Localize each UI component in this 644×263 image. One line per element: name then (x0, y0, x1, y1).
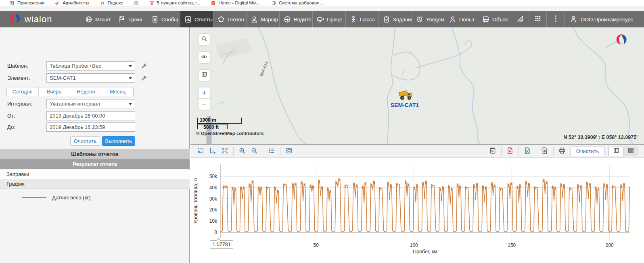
toggle-table-view-button[interactable] (623, 147, 638, 156)
chart-axes-scale-button[interactable]: x (207, 147, 219, 156)
nav-tab-label: Геозон (228, 17, 244, 23)
quick-range-2[interactable]: Неделя (70, 87, 102, 96)
routes-pin-icon (250, 15, 258, 23)
svg-text:200: 200 (606, 242, 614, 248)
bookmark-item[interactable]: Авиабилеты (55, 0, 89, 6)
execute-button[interactable]: Выполнить (102, 136, 135, 146)
nav-tab-label: Прице (327, 17, 342, 23)
map-zoom-in-button[interactable]: + (199, 87, 210, 99)
nav-tab-tracks[interactable]: Треки (114, 11, 147, 27)
menu-dots-icon (551, 14, 560, 25)
view-toggle-group (608, 147, 638, 156)
chart-zoom-out-button[interactable] (248, 147, 260, 156)
bookmark-label: Home - Digital Myt... (218, 0, 260, 5)
layers-icon (201, 71, 208, 80)
toolbar-separator (263, 147, 263, 156)
chart-toolbar: x A Очистить (190, 145, 644, 158)
toolbar-separator (233, 147, 234, 156)
nav-tab-passengers[interactable]: Пасса (345, 11, 378, 27)
bookmark-item[interactable]: Система добровол... (271, 0, 323, 6)
nav-tab-notifications[interactable]: Уведом (412, 11, 445, 27)
chart-fit-extents-button[interactable] (219, 147, 231, 156)
chart-area[interactable]: 010k20k30k40k50k50100150200Пробег, кмУро… (190, 158, 644, 263)
interval-label: Интервал: (7, 101, 32, 107)
chart-report-template-button[interactable] (487, 147, 499, 156)
bookmark-item[interactable]: Приложения (10, 0, 44, 6)
nav-tab-jobs[interactable]: Задания (378, 11, 412, 27)
jobs-clipboard-icon (383, 15, 391, 23)
map-search-button[interactable] (199, 34, 210, 45)
wialon-app: ПриложенияАвиабилетыЯЯндекс5 лучших сайт… (0, 0, 644, 263)
map-zoom-out-button[interactable]: − (199, 99, 210, 110)
chart-export-file-button[interactable] (539, 147, 551, 156)
nav-apps-grid-button[interactable] (529, 11, 546, 27)
chart-toolbar-left: x (190, 147, 295, 156)
nav-tab-drivers[interactable]: Водите (279, 11, 312, 27)
template-settings-wrench-icon[interactable] (140, 62, 147, 69)
nav-menu-dots-button[interactable] (546, 11, 564, 27)
toggle-map-view-button[interactable] (609, 147, 623, 156)
monitoring-globe-icon (85, 15, 93, 23)
bookmark-item[interactable]: ЯЯндекс (100, 0, 123, 6)
chart-print-button[interactable] (556, 147, 568, 156)
units-bus-icon (482, 15, 490, 23)
nav-tab-label: Уведом (426, 17, 444, 23)
chart-legend-list-button[interactable] (266, 147, 278, 156)
unit-name-label: SEM-CAT1 (391, 102, 419, 108)
toolbar-separator (553, 147, 554, 156)
interval-select[interactable]: Указанный интервал (46, 99, 135, 108)
nav-tab-messages[interactable]: Сообщ (147, 11, 180, 27)
bookmark-item[interactable] (134, 0, 139, 6)
map-scale-imperial: 5000 ft (197, 124, 228, 129)
nav-tab-routes[interactable]: Маршр (246, 11, 279, 27)
chart-zoom-select-button[interactable] (194, 147, 207, 156)
zoom-out-icon (250, 147, 258, 156)
unit-settings-wrench-icon[interactable] (140, 74, 147, 81)
nav-tab-reports[interactable]: Отчеты (180, 11, 213, 27)
result-row-fuel[interactable]: Заправки (0, 170, 190, 179)
nav-tab-label: Польз (459, 17, 474, 23)
top-navigation-bar: wialon МонитТрекиСообщОтчетыГеозонМаршрВ… (0, 11, 644, 27)
nav-tab-geofences[interactable]: Геозон (213, 11, 246, 27)
wialon-logo-icon (9, 12, 21, 26)
red-stack-icon (149, 0, 155, 6)
nav-tab-trailers[interactable]: Прице (312, 11, 345, 27)
chart-export-pdf-button[interactable]: A (504, 147, 516, 156)
result-row-chart[interactable]: График (0, 179, 190, 189)
section-report-templates[interactable]: Шаблоны отчетов (0, 149, 190, 159)
bookmark-item[interactable]: 5 лучших сайтов, г... (149, 0, 201, 6)
chart-zoom-in-button[interactable] (236, 147, 248, 156)
svg-text:10k: 10k (209, 218, 217, 224)
nav-tab-monitoring[interactable]: Монит (81, 11, 114, 27)
quick-range-0[interactable]: Сегодня (7, 87, 38, 96)
svg-text:Пробег, км: Пробег, км (413, 249, 437, 255)
nav-tab-units[interactable]: Объек (478, 11, 511, 27)
map-zoom-group: + − (199, 87, 210, 110)
nav-tab-users[interactable]: Польз (445, 11, 478, 27)
account-menu[interactable]: ООО Промкамресурс (564, 11, 644, 27)
map-panel[interactable]: 80K-012 SEM-CAT1 + − 1000 m 5000 ft © Op… (190, 27, 644, 144)
nav-ruler-button[interactable] (511, 11, 529, 27)
section-report-result[interactable]: Результат отчета (0, 159, 190, 169)
chart-snapshot-target-button[interactable] (283, 147, 295, 156)
geofences-polygon-icon (217, 15, 225, 23)
nav-tab-label: Треки (128, 17, 142, 23)
unit-truck-icon[interactable] (399, 91, 412, 100)
map-roads (221, 27, 472, 144)
quick-range-1[interactable]: Вчера (38, 87, 70, 96)
quick-range-3[interactable]: Месяц (102, 87, 134, 96)
from-date-input[interactable]: 2019 Декабрь 16 00:00 (46, 111, 135, 120)
bookmark-item[interactable]: eHome - Digital Myt... (211, 0, 260, 6)
map-eye-button[interactable] (199, 52, 210, 63)
chart-legend-item: Датчик веса (кг) (0, 193, 190, 202)
tracks-flag-icon (118, 15, 126, 23)
map-layers-button[interactable] (199, 70, 210, 81)
unit-select[interactable]: SEM-CAT1 (46, 73, 135, 83)
eye-icon (201, 53, 208, 62)
chart-export-xls-button[interactable] (521, 147, 533, 156)
template-select[interactable]: Таблица Пробег+Вес (46, 61, 135, 70)
clear-button[interactable]: Очистить (70, 136, 100, 146)
chart-clear-button[interactable]: Очистить (571, 147, 604, 156)
to-date-input[interactable]: 2019 Декабрь 16 23:59 (46, 122, 135, 132)
fit-extents-icon (221, 147, 229, 156)
